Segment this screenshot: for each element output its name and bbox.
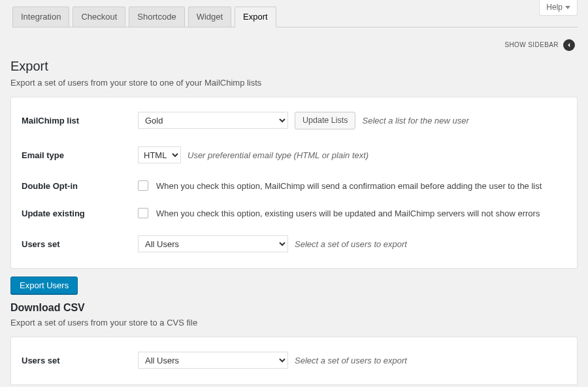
csv-desc: Export a set of users from your store to… bbox=[10, 318, 578, 328]
arrow-left-icon bbox=[566, 42, 572, 48]
csv-panel: Users set All Users Select a set of user… bbox=[10, 337, 578, 385]
update-existing-desc: When you check this option, existing use… bbox=[156, 209, 540, 218]
update-existing-checkbox[interactable] bbox=[138, 208, 148, 218]
mailchimp-list-hint: Select a list for the new user bbox=[362, 116, 468, 126]
update-existing-label: Update existing bbox=[22, 209, 138, 218]
tab-widget[interactable]: Widget bbox=[188, 7, 231, 27]
double-optin-checkbox[interactable] bbox=[138, 180, 148, 191]
tab-checkout[interactable]: Checkout bbox=[73, 7, 125, 27]
export-title: Export bbox=[10, 59, 578, 74]
help-label: Help bbox=[546, 3, 563, 12]
double-optin-desc: When you check this option, MailChimp wi… bbox=[156, 181, 542, 191]
mailchimp-list-label: MailChimp list bbox=[22, 116, 138, 126]
settings-tabs: Integration Checkout Shortcode Widget Ex… bbox=[12, 7, 276, 27]
tab-shortcode[interactable]: Shortcode bbox=[129, 7, 184, 27]
mailchimp-list-select[interactable]: Gold bbox=[138, 112, 288, 129]
tab-export[interactable]: Export bbox=[235, 7, 276, 27]
csv-users-set-select[interactable]: All Users bbox=[138, 352, 288, 369]
csv-users-set-label: Users set bbox=[22, 356, 138, 365]
double-optin-label: Double Opt-in bbox=[22, 181, 138, 191]
export-users-set-select[interactable]: All Users bbox=[138, 235, 288, 252]
email-type-label: Email type bbox=[22, 150, 138, 160]
tab-integration[interactable]: Integration bbox=[12, 7, 69, 27]
export-desc: Export a set of users from your store to… bbox=[10, 78, 578, 88]
email-type-hint: User preferential email type (HTML or pl… bbox=[188, 150, 368, 160]
help-dropdown[interactable]: Help bbox=[539, 0, 578, 16]
email-type-select[interactable]: HTML bbox=[138, 146, 181, 163]
chevron-down-icon bbox=[565, 6, 570, 9]
export-panel: MailChimp list Gold Update Lists Select … bbox=[10, 97, 578, 269]
export-users-set-hint: Select a set of users to export bbox=[295, 239, 407, 249]
export-users-set-label: Users set bbox=[22, 239, 138, 249]
csv-title: Download CSV bbox=[10, 302, 578, 314]
show-sidebar-label: SHOW SIDEBAR bbox=[504, 41, 559, 48]
csv-users-set-hint: Select a set of users to export bbox=[295, 356, 407, 365]
show-sidebar-button[interactable] bbox=[563, 39, 575, 51]
export-users-button[interactable]: Export Users bbox=[10, 277, 78, 294]
update-lists-button[interactable]: Update Lists bbox=[295, 112, 355, 130]
